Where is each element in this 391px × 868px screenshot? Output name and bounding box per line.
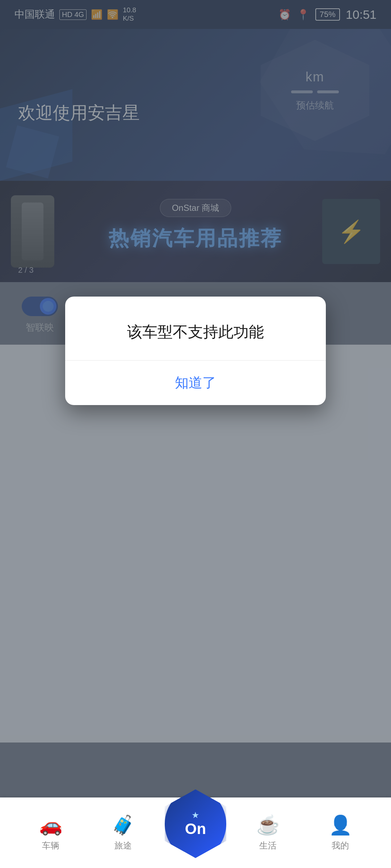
onstar-star: ★: [192, 810, 199, 820]
onstar-logo: ★ On: [185, 810, 206, 838]
dialog-body: 该车型不支持此功能: [65, 297, 326, 360]
dialog-modal: 该车型不支持此功能 知道了: [65, 297, 326, 405]
dialog-confirm-button[interactable]: 知道了: [78, 374, 313, 392]
onstar-center-button[interactable]: ★ On: [165, 790, 226, 858]
nav-item-onstar[interactable]: ★ On: [167, 808, 224, 858]
nav-item-mine[interactable]: 👤 我的: [311, 814, 369, 851]
life-icon: ☕: [256, 814, 280, 836]
nav-item-vehicle[interactable]: 🚗 车辆: [22, 814, 80, 851]
nav-item-travel[interactable]: 🧳 旅途: [94, 814, 152, 851]
bottom-navigation: 🚗 车辆 🧳 旅途 ★ On ☕ 生活 👤 我的: [0, 797, 391, 868]
travel-label: 旅途: [114, 840, 132, 851]
life-label: 生活: [259, 840, 277, 851]
onstar-text: On: [185, 820, 206, 838]
travel-icon: 🧳: [112, 814, 135, 836]
vehicle-icon: 🚗: [39, 814, 63, 836]
dialog-overlay: 该车型不支持此功能 知道了: [0, 0, 391, 868]
dialog-actions: 知道了: [65, 361, 326, 405]
mine-label: 我的: [332, 840, 349, 851]
mine-icon: 👤: [329, 814, 352, 836]
nav-item-life[interactable]: ☕ 生活: [239, 814, 297, 851]
dialog-message: 该车型不支持此功能: [127, 323, 264, 340]
vehicle-label: 车辆: [42, 840, 59, 851]
